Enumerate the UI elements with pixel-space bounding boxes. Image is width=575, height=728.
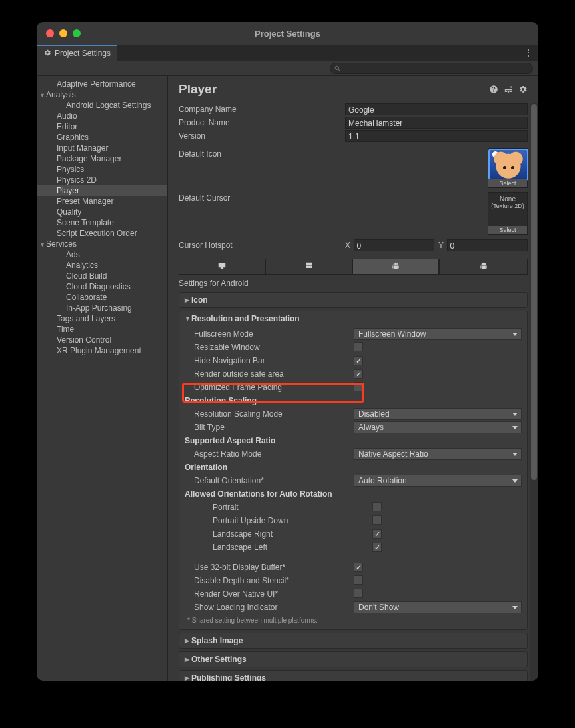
sidebar-item-label: Script Execution Order	[57, 229, 137, 238]
resolution-scaling-header: Resolution Scaling	[185, 394, 522, 407]
foldout-resolution-header[interactable]: ▼ Resolution and Presentation	[179, 311, 527, 326]
sidebar-item-label: Time	[57, 325, 74, 334]
platform-tab-dedicated-server[interactable]	[265, 259, 352, 275]
default-cursor-select-button[interactable]: Select	[488, 226, 527, 234]
minimize-window-button[interactable]	[59, 29, 67, 37]
sidebar-item-input-manager[interactable]: Input Manager	[37, 143, 167, 153]
render-outside-safe-label: Render outside safe area	[185, 369, 354, 379]
foldout-publishing: ▶ Publishing Settings	[179, 670, 528, 681]
cursor-hotspot-y-label: Y	[438, 241, 447, 250]
resolution-scaling-mode-dropdown[interactable]: Disabled	[354, 408, 522, 420]
sidebar-item-graphics[interactable]: Graphics	[37, 132, 167, 143]
sidebar-item-ads[interactable]: Ads	[37, 249, 167, 260]
sidebar-item-tags-and-layers[interactable]: Tags and Layers	[37, 313, 167, 324]
portrait-checkbox[interactable]	[372, 502, 382, 511]
sidebar-item-adaptive-performance[interactable]: Adaptive Performance	[37, 79, 167, 89]
scrollbar-thumb[interactable]	[531, 104, 537, 480]
disable-depth-stencil-checkbox[interactable]	[354, 575, 363, 585]
sidebar-item-in-app-purchasing[interactable]: In-App Purchasing	[37, 303, 167, 313]
sidebar-item-android-logcat-settings[interactable]: Android Logcat Settings	[37, 100, 167, 111]
cursor-hotspot-x-input[interactable]: 0	[354, 239, 434, 251]
vertical-scrollbar[interactable]	[530, 103, 538, 681]
platform-tab-other[interactable]	[439, 259, 528, 275]
sidebar-item-label: Cloud Build	[66, 271, 107, 281]
project-settings-window: Project Settings Project Settings ⋮ Adap…	[37, 22, 538, 681]
settings-menu-button[interactable]	[518, 85, 528, 94]
sidebar-item-cloud-diagnostics[interactable]: Cloud Diagnostics	[37, 281, 167, 292]
close-window-button[interactable]	[46, 29, 54, 37]
foldout-icon-title: Icon	[191, 295, 208, 305]
platform-tabs	[179, 259, 528, 275]
sidebar-item-label: Audio	[57, 111, 77, 121]
sidebar-item-services[interactable]: ▼Services	[37, 239, 167, 249]
portrait-upside-down-checkbox[interactable]	[372, 515, 382, 525]
header-icons	[489, 85, 528, 94]
search-bar	[37, 61, 538, 76]
tab-context-menu[interactable]: ⋮	[524, 45, 533, 61]
sidebar-item-physics-2d[interactable]: Physics 2D	[37, 175, 167, 185]
default-orientation-dropdown[interactable]: Auto Rotation	[354, 475, 522, 487]
use-32bit-buffer-checkbox[interactable]	[354, 563, 363, 572]
resizable-window-checkbox[interactable]	[354, 342, 363, 351]
sidebar-item-analytics[interactable]: Analytics	[37, 260, 167, 271]
default-icon-picker[interactable]: Select	[488, 148, 528, 188]
platform-tab-android[interactable]	[352, 259, 439, 275]
chevron-down-icon: ▼	[39, 239, 45, 250]
tabs-bar: Project Settings ⋮	[37, 45, 538, 61]
fullscreen-mode-dropdown[interactable]: Fullscreen Window	[354, 328, 522, 340]
help-button[interactable]	[489, 85, 498, 94]
default-cursor-label: Default Cursor	[179, 192, 345, 203]
product-name-input[interactable]: MechaHamster	[345, 117, 528, 129]
sidebar-item-script-execution-order[interactable]: Script Execution Order	[37, 228, 167, 239]
foldout-publishing-header[interactable]: ▶ Publishing Settings	[179, 671, 527, 681]
sidebar-item-player[interactable]: Player	[37, 185, 167, 196]
sidebar-item-analysis[interactable]: ▼Analysis	[37, 89, 167, 100]
sidebar-item-label: Tags and Layers	[57, 314, 115, 323]
android-icon	[391, 261, 400, 273]
search-icon	[334, 65, 340, 71]
presets-button[interactable]	[504, 85, 513, 94]
landscape-right-checkbox[interactable]	[372, 529, 382, 539]
sidebar-item-audio[interactable]: Audio	[37, 111, 167, 121]
version-input[interactable]: 1.1	[345, 130, 528, 142]
cursor-hotspot-y-input[interactable]: 0	[447, 239, 528, 251]
default-cursor-picker[interactable]: None (Texture 2D) Select	[488, 192, 528, 235]
sidebar-item-time[interactable]: Time	[37, 324, 167, 335]
titlebar: Project Settings	[37, 22, 538, 45]
foldout-icon-header[interactable]: ▶ Icon	[179, 293, 527, 307]
company-name-input[interactable]: Google	[345, 103, 528, 115]
tab-project-settings[interactable]: Project Settings	[37, 45, 117, 61]
search-input[interactable]	[330, 63, 533, 74]
sidebar-item-preset-manager[interactable]: Preset Manager	[37, 196, 167, 207]
hide-nav-bar-checkbox[interactable]	[354, 356, 363, 365]
foldout-splash-header[interactable]: ▶ Splash Image	[179, 633, 527, 648]
sidebar-item-collaborate[interactable]: Collaborate	[37, 292, 167, 303]
sidebar-item-cloud-build[interactable]: Cloud Build	[37, 271, 167, 281]
default-icon-select-button[interactable]: Select	[488, 179, 527, 187]
sidebar-item-scene-template[interactable]: Scene Template	[37, 217, 167, 228]
sidebar-item-quality[interactable]: Quality	[37, 207, 167, 217]
sidebar-item-label: Cloud Diagnostics	[66, 282, 131, 291]
sidebar-item-package-manager[interactable]: Package Manager	[37, 153, 167, 164]
landscape-left-checkbox[interactable]	[372, 543, 382, 552]
aspect-ratio-mode-dropdown[interactable]: Native Aspect Ratio	[354, 448, 522, 460]
zoom-window-button[interactable]	[73, 29, 81, 37]
sidebar-item-xr-plugin-management[interactable]: XR Plugin Management	[37, 345, 167, 356]
foldout-resolution: ▼ Resolution and Presentation Fullscreen…	[179, 311, 528, 630]
render-over-native-ui-checkbox[interactable]	[354, 589, 363, 598]
render-outside-safe-checkbox[interactable]	[354, 369, 363, 379]
sidebar-item-label: Analysis	[46, 90, 76, 99]
sidebar-item-editor[interactable]: Editor	[37, 121, 167, 132]
sidebar-item-version-control[interactable]: Version Control	[37, 335, 167, 345]
blit-type-dropdown[interactable]: Always	[354, 421, 522, 433]
optimized-frame-pacing-checkbox[interactable]	[354, 382, 363, 391]
sidebar-item-label: Physics	[57, 165, 84, 174]
sidebar-item-label: Quality	[57, 207, 81, 217]
default-cursor-type: (Texture 2D)	[491, 203, 524, 209]
sidebar-item-physics[interactable]: Physics	[37, 164, 167, 175]
platform-tab-standalone[interactable]	[179, 259, 265, 275]
chevron-down-icon: ▼	[39, 90, 45, 101]
disable-depth-stencil-label: Disable Depth and Stencil*	[185, 576, 354, 585]
show-loading-indicator-dropdown[interactable]: Don't Show	[354, 601, 522, 613]
foldout-other-header[interactable]: ▶ Other Settings	[179, 652, 527, 667]
